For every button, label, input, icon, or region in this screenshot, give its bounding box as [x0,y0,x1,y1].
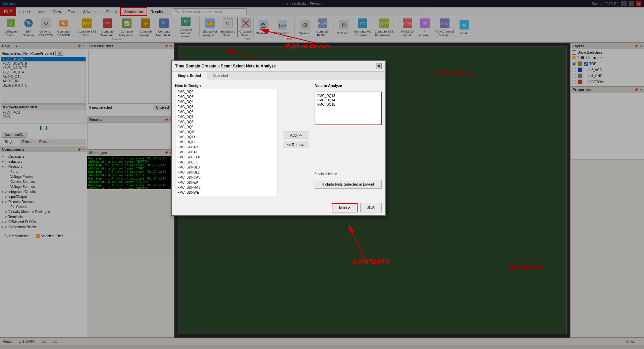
net-fmc-dq12[interactable]: FMC_DQ12 [175,140,277,145]
nets-to-analyze-title: Nets to Analyze [315,84,382,88]
net-fmc-sdnbl0[interactable]: FMC_SDNBL0 [175,165,277,170]
svg-line-65 [260,30,315,43]
net-fmc-sdncas[interactable]: FMC_SDNCAS [175,175,277,180]
analyze-dq14[interactable]: FMC_DQ14 [317,98,380,102]
cn-annotation-time-domain: 选择Time Domain [285,43,329,50]
nets-in-design-list[interactable]: FMC_DQ2 FMC_DQ3 FMC_DQ4 FMC_DQ5 FMC_DQ6 … [175,89,277,196]
analyze-dq13[interactable]: FMC_DQ13 [317,94,380,98]
net-gnd-mcu-a[interactable]: GND_MCU_A [175,195,277,196]
net-fmc-sdcke0[interactable]: FMC_SDCKE0 [175,155,277,160]
net-fmc-dq4[interactable]: FMC_DQ4 [175,99,277,104]
net-fmc-sdba1[interactable]: FMC_SDBA1 [175,150,277,155]
dialog-title-bar: Time Domain Crosstalk Scan: Select Nets … [172,61,385,71]
net-fmc-dq9[interactable]: FMC_DQ9 [175,124,277,130]
net-fmc-dq5[interactable]: FMC_DQ5 [175,104,277,109]
net-fmc-dq10[interactable]: FMC_DQ10 [175,130,277,135]
dialog: Time Domain Crosstalk Scan: Select Nets … [171,60,386,216]
include-nets-btn[interactable]: Include Nets Selected in Layout [315,180,382,189]
net-fmc-sdne0[interactable]: FMC_SDNE0 [175,180,277,185]
dialog-body: Nets in Design FMC_DQ2 FMC_DQ3 FMC_DQ4 F… [172,80,385,200]
net-fmc-sdnras[interactable]: FMC_SDNRAS [175,185,277,190]
nets-to-analyze-panel: Nets to Analyze FMC_DQ13 FMC_DQ14 FMC_DQ… [315,84,382,196]
add-button[interactable]: Add >> [283,132,309,139]
cancel-button[interactable]: 取消 [360,203,382,212]
net-fmc-dq2[interactable]: FMC_DQ2 [175,89,277,94]
modal-overlay: Time Domain Crosstalk Scan: Select Nets … [0,0,644,349]
analyze-listbox[interactable]: FMC_DQ13 FMC_DQ14 FMC_DQ15 [315,92,382,125]
dialog-close-btn[interactable]: ✕ [376,63,382,69]
net-fmc-sdnwe[interactable]: FMC_SDNWE [175,190,277,195]
net-fmc-dq8[interactable]: FMC_DQ8 [175,119,277,124]
net-fmc-dq3[interactable]: FMC_DQ3 [175,94,277,99]
remove-button[interactable]: << Remove [283,141,309,148]
cn-annotation-nets: 选择仿真的网络 [352,258,390,265]
dialog-tab-extended[interactable]: Extended [207,71,233,80]
net-fmc-dq6[interactable]: FMC_DQ6 [175,109,277,114]
dialog-mid-buttons: Add >> << Remove [281,84,311,196]
dialog-tab-single[interactable]: Single-Ended [172,71,207,80]
selected-count-label: 3 nets selected [315,172,382,176]
nets-in-design-title: Nets in Design [175,84,277,88]
analyze-empty-space [315,128,382,168]
analyze-dq15[interactable]: FMC_DQ15 [317,102,380,107]
dialog-footer: Next > 取消 [172,200,385,215]
net-fmc-sdclk[interactable]: FMC_SDCLK [175,160,277,165]
next-button[interactable]: Next > [332,203,358,212]
net-fmc-sdba0[interactable]: FMC_SDBA0 [175,145,277,150]
net-fmc-dq11[interactable]: FMC_DQ11 [175,135,277,140]
dialog-title: Time Domain Crosstalk Scan: Select Nets … [175,64,276,68]
nets-in-design-panel: Nets in Design FMC_DQ2 FMC_DQ3 FMC_DQ4 F… [175,84,277,196]
net-fmc-dq7[interactable]: FMC_DQ7 [175,114,277,119]
svg-line-66 [349,225,366,262]
net-fmc-sdnbl1[interactable]: FMC_SDNBL1 [175,170,277,175]
dialog-tabs: Single-Ended Extended [172,71,385,80]
